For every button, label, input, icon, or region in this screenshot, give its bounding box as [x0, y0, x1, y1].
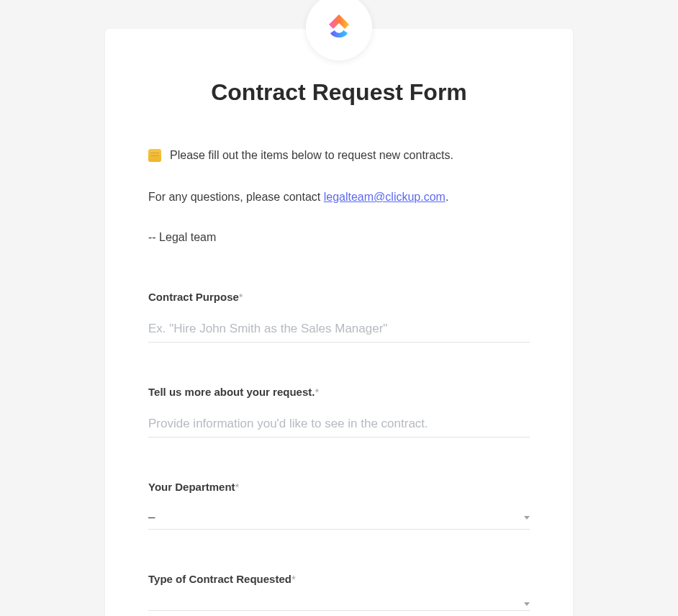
form-title: Contract Request Form	[148, 79, 530, 106]
signature-text: -- Legal team	[148, 231, 530, 244]
intro-line: Please fill out the items below to reque…	[148, 149, 530, 162]
field-tell-us-more: Tell us more about your request.*	[148, 386, 530, 438]
clickup-logo-icon	[323, 12, 355, 43]
logo-badge	[306, 0, 372, 60]
contact-email-link[interactable]: legalteam@clickup.com	[324, 191, 446, 203]
purpose-label: Contract Purpose*	[148, 291, 530, 303]
purpose-input[interactable]	[148, 316, 530, 343]
contract-type-select[interactable]	[148, 598, 530, 611]
intro-text: Please fill out the items below to reque…	[170, 149, 453, 162]
field-contract-type: Type of Contract Requested*	[148, 573, 530, 611]
contact-suffix: .	[446, 191, 448, 203]
notepad-icon	[148, 149, 161, 162]
contract-type-label: Type of Contract Requested*	[148, 573, 530, 585]
contact-prefix: For any questions, please contact	[148, 191, 324, 203]
field-department: Your Department* –	[148, 481, 530, 530]
department-select[interactable]: –	[148, 506, 530, 530]
department-value: –	[148, 510, 155, 525]
field-contract-purpose: Contract Purpose*	[148, 291, 530, 343]
form-card: Contract Request Form Please fill out th…	[105, 29, 573, 616]
chevron-down-icon	[524, 602, 530, 606]
chevron-down-icon	[524, 516, 530, 520]
more-label: Tell us more about your request.*	[148, 386, 530, 398]
contact-line: For any questions, please contact legalt…	[148, 191, 530, 204]
more-input[interactable]	[148, 411, 530, 438]
department-label: Your Department*	[148, 481, 530, 493]
